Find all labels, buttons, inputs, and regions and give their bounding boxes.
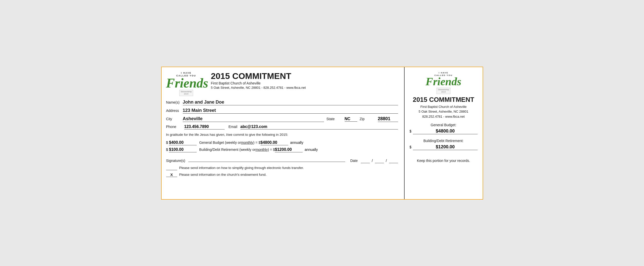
general-dollar-sign: $ (166, 141, 168, 145)
name-label: Name(s) (166, 100, 181, 104)
general-budget-row: $ $400.00 General Budget (weekly or mont… (166, 140, 398, 145)
logo-bottom: Stewardship 2015 (166, 90, 206, 96)
building-dollar-sign: $ (166, 148, 168, 152)
general-annually: annually (290, 141, 303, 145)
commitment-form: I HAVE CALLED YOU Friends Stewardship 20… (161, 67, 483, 200)
date-slash-1: / (372, 159, 373, 163)
general-annual: $4800.00 (261, 140, 288, 145)
name-value: John and Jane Doe (183, 100, 398, 105)
building-monthly: monthly (256, 148, 268, 152)
name-row: Name(s) John and Jane Doe (166, 100, 398, 105)
building-amount: $100.00 (169, 147, 197, 152)
date-month (361, 158, 370, 163)
right-general-row: $ $4800.00 (410, 128, 478, 134)
building-desc-pre: Building/Debt Retirement (weekly or (199, 148, 255, 152)
right-logo-friends: Friends (426, 77, 461, 87)
right-general-budget: General Budget: $ $4800.00 (410, 123, 478, 134)
date-part: Date / / (350, 158, 398, 163)
right-church-address1: 5 Oak Street, Asheville, NC 28801 (419, 109, 468, 114)
zip-label: Zip (360, 117, 375, 121)
zip-value: 28801 (378, 116, 398, 122)
signature-row: Signature(s) Date / / (166, 157, 398, 163)
checkbox-endow-text: Please send information on the church's … (179, 172, 267, 177)
checkbox-endow-row: X Please send information on the church'… (166, 172, 398, 177)
state-part: State NC (327, 117, 357, 122)
right-logo-area: I HAVE CALLED YOU Friends Stewardship 20… (426, 72, 461, 94)
zip-part: Zip 28801 (360, 116, 398, 122)
general-desc-post: ) = $ (253, 141, 260, 145)
right-building-amount: $1200.00 (413, 144, 477, 150)
date-day (375, 158, 384, 163)
phone-email-row: Phone 123.456.7890 Email abc@123.com (166, 124, 398, 129)
address-label: Address (166, 109, 181, 113)
right-church-name: First Baptist Church of Asheville (419, 104, 468, 109)
phone-part: Phone 123.456.7890 (166, 124, 225, 129)
general-amount: $400.00 (169, 140, 197, 145)
building-desc-post: ) = $ (268, 148, 275, 152)
city-label: City (166, 117, 181, 121)
right-building-label: Building/Debt Retirement: (410, 139, 478, 143)
signature-label: Signature(s) (166, 159, 185, 163)
right-commitment-title: 2015 COMMITMENT (413, 96, 474, 103)
right-general-amount: $4800.00 (413, 128, 477, 134)
phone-value: 123.456.7890 (184, 124, 225, 129)
stewardship-badge: Stewardship 2015 (179, 90, 193, 96)
right-church-address2: 828.252.4781 - www.fbca.net (419, 114, 468, 119)
right-records-text: Keep this portion for your records. (417, 159, 470, 163)
right-building-row: $ $1200.00 (410, 144, 478, 150)
email-value: abc@123.com (240, 124, 398, 129)
church-name: First Baptist Church of Asheville (211, 81, 398, 85)
building-annually: annually (305, 148, 318, 152)
checkbox-eft-row: Please send information on how to simpli… (166, 166, 398, 170)
email-label: Email (229, 125, 237, 129)
commitment-text: In gratitude for the life Jesus has give… (166, 132, 398, 137)
signature-line (188, 157, 345, 162)
address-value: 123 Main Street (183, 108, 398, 114)
right-church-info: First Baptist Church of Asheville 5 Oak … (419, 104, 468, 119)
right-general-dollar: $ (410, 129, 412, 133)
state-label: State (327, 117, 342, 121)
city-state-row: City Asheville State NC Zip 28801 (166, 116, 398, 122)
left-section: I HAVE CALLED YOU Friends Stewardship 20… (162, 67, 405, 199)
date-slash-2: / (386, 159, 387, 163)
general-desc-pre: General Budget (weekly or (199, 141, 241, 145)
church-address: 5 Oak Street, Asheville, NC 28801 - 828.… (211, 86, 398, 90)
phone-label: Phone (166, 125, 181, 129)
right-building-budget: Building/Debt Retirement: $ $1200.00 (410, 139, 478, 150)
address-row: Address 123 Main Street (166, 108, 398, 114)
commitment-title: 2015 COMMITMENT (211, 72, 398, 80)
right-general-label: General Budget: (410, 123, 478, 127)
checkbox-endow-mark: X (166, 172, 177, 177)
state-value: NC (345, 117, 357, 122)
general-monthly: monthly (241, 141, 253, 145)
building-debt-row: $ $100.00 Building/Debt Retirement (week… (166, 147, 398, 152)
right-building-dollar: $ (410, 145, 412, 149)
right-stewardship-badge: Stewardship 2015 (426, 87, 461, 94)
date-year (389, 158, 398, 163)
email-part: Email abc@123.com (229, 124, 398, 129)
logo-friends: Friends (166, 77, 206, 89)
city-part: City Asheville (166, 116, 324, 122)
date-label: Date (350, 159, 358, 163)
logo-area: I HAVE CALLED YOU Friends Stewardship 20… (166, 72, 206, 96)
right-section: I HAVE CALLED YOU Friends Stewardship 20… (405, 67, 483, 199)
header-area: I HAVE CALLED YOU Friends Stewardship 20… (166, 72, 398, 96)
city-value: Asheville (183, 116, 324, 122)
building-annual: $1200.00 (275, 147, 303, 152)
signature-part: Signature(s) (166, 157, 345, 163)
checkbox-eft-blank (166, 166, 177, 170)
church-info: 2015 COMMITMENT First Baptist Church of … (211, 72, 398, 90)
checkbox-eft-text: Please send information on how to simpli… (179, 166, 304, 170)
